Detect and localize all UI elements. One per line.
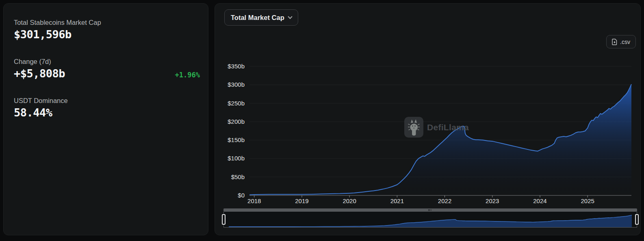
x-axis-label: 2024 (528, 197, 552, 205)
stat-label: USDT Dominance (14, 96, 200, 105)
brush-mini-chart[interactable] (223, 212, 637, 228)
chevron-down-icon (288, 14, 292, 19)
x-axis-label: 2025 (575, 197, 600, 205)
x-axis-label: 2018 (242, 197, 267, 205)
y-axis: $0$50b$100b$150b$200b$250b$300b$350b (215, 66, 246, 195)
file-download-icon (612, 39, 617, 45)
y-axis-label: $50b (216, 173, 245, 181)
total-market-cap-stat: Total Stablecoins Market Cap $301,596b (14, 18, 200, 42)
stablecoins-dashboard: Total Stablecoins Market Cap $301,596b C… (0, 0, 644, 241)
y-axis-label: $0 (216, 191, 245, 199)
time-range-brush (223, 208, 637, 228)
change-percentage: +1.96% (175, 71, 200, 79)
csv-button-label: .csv (620, 39, 630, 45)
stat-value: $301,596b (14, 27, 200, 42)
y-axis-label: $150b (216, 136, 245, 144)
x-axis-label: 2019 (290, 197, 314, 205)
y-axis-label: $300b (216, 81, 245, 89)
stat-value: 58.44% (14, 105, 200, 120)
y-axis-label: $350b (216, 62, 245, 70)
x-axis: 20182019202020212022202320242025 (249, 197, 633, 205)
stat-label: Total Stablecoins Market Cap (14, 18, 200, 27)
y-axis-label: $100b (216, 154, 245, 162)
metric-dropdown-label: Total Market Cap (231, 14, 284, 22)
y-axis-label: $200b (216, 118, 245, 126)
y-axis-label: $250b (216, 99, 245, 107)
x-axis-label: 2020 (337, 197, 362, 205)
stats-panel: Total Stablecoins Market Cap $301,596b C… (3, 3, 208, 235)
x-axis-label: 2022 (433, 197, 457, 205)
export-csv-button[interactable]: .csv (606, 35, 636, 48)
stat-value: +$5,808b (14, 66, 65, 81)
stat-label: Change (7d) (14, 57, 200, 66)
brush-grip-icon (428, 209, 432, 211)
stablecoin-market-cap-area-chart[interactable] (249, 66, 633, 201)
x-axis-label: 2021 (385, 197, 409, 205)
usdt-dominance-stat: USDT Dominance 58.44% (14, 96, 200, 120)
metric-dropdown[interactable]: Total Market Cap (224, 9, 298, 26)
brush-handle-right[interactable] (635, 214, 639, 225)
change-7d-stat: Change (7d) +$5,808b +1.96% (14, 57, 200, 81)
brush-pan-bar[interactable] (223, 208, 637, 212)
brush-handle-left[interactable] (222, 214, 226, 225)
x-axis-label: 2023 (480, 197, 505, 205)
chart-panel: Total Market Cap .csv $0$50b$100b$150b$2… (215, 3, 641, 235)
